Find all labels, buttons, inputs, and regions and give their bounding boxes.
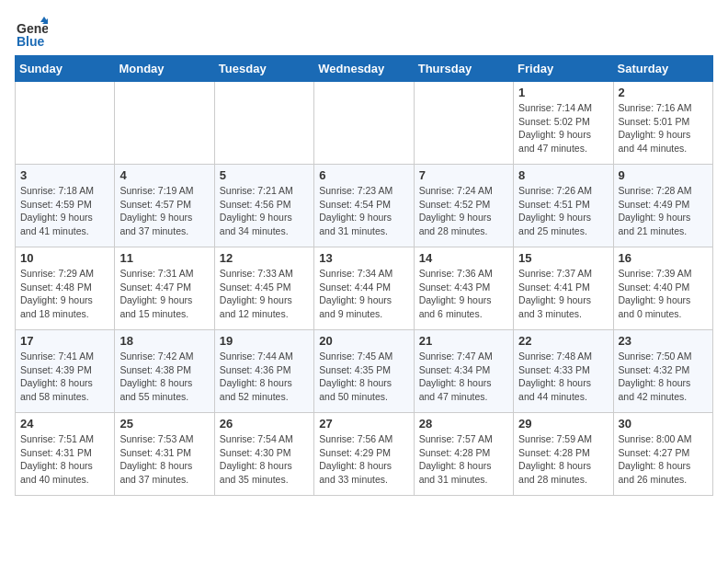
calendar-cell: 2Sunrise: 7:16 AM Sunset: 5:01 PM Daylig… — [613, 82, 712, 165]
calendar-week-row: 24Sunrise: 7:51 AM Sunset: 4:31 PM Dayli… — [16, 413, 713, 496]
day-info: Sunrise: 7:18 AM Sunset: 4:59 PM Dayligh… — [20, 184, 109, 238]
day-info: Sunrise: 7:19 AM Sunset: 4:57 PM Dayligh… — [119, 184, 209, 238]
calendar-cell: 24Sunrise: 7:51 AM Sunset: 4:31 PM Dayli… — [16, 413, 115, 496]
day-number: 5 — [220, 168, 309, 182]
day-number: 17 — [20, 334, 109, 348]
day-info: Sunrise: 7:56 AM Sunset: 4:29 PM Dayligh… — [319, 432, 408, 487]
calendar-cell: 18Sunrise: 7:42 AM Sunset: 4:38 PM Dayli… — [115, 330, 214, 413]
day-info: Sunrise: 7:36 AM Sunset: 4:43 PM Dayligh… — [419, 267, 508, 321]
day-number: 28 — [419, 417, 508, 431]
calendar-cell: 29Sunrise: 7:59 AM Sunset: 4:28 PM Dayli… — [514, 413, 613, 496]
day-info: Sunrise: 7:54 AM Sunset: 4:30 PM Dayligh… — [220, 432, 309, 487]
day-info: Sunrise: 7:42 AM Sunset: 4:38 PM Dayligh… — [119, 350, 209, 404]
day-info: Sunrise: 7:39 AM Sunset: 4:40 PM Dayligh… — [619, 267, 708, 321]
dow-header: Wednesday — [314, 56, 414, 82]
calendar-week-row: 10Sunrise: 7:29 AM Sunset: 4:48 PM Dayli… — [16, 247, 713, 330]
calendar-cell: 14Sunrise: 7:36 AM Sunset: 4:43 PM Dayli… — [414, 247, 513, 330]
day-number: 12 — [220, 251, 309, 265]
day-number: 20 — [319, 334, 408, 348]
day-number: 26 — [220, 417, 309, 431]
logo-icon: General Blue — [15, 15, 48, 48]
calendar-cell: 1Sunrise: 7:14 AM Sunset: 5:02 PM Daylig… — [514, 82, 613, 165]
day-info: Sunrise: 7:16 AM Sunset: 5:01 PM Dayligh… — [619, 101, 708, 155]
calendar-cell: 4Sunrise: 7:19 AM Sunset: 4:57 PM Daylig… — [115, 165, 214, 247]
day-number: 16 — [619, 251, 708, 265]
calendar-cell: 7Sunrise: 7:24 AM Sunset: 4:52 PM Daylig… — [414, 165, 513, 247]
day-info: Sunrise: 7:44 AM Sunset: 4:36 PM Dayligh… — [220, 350, 309, 404]
day-info: Sunrise: 7:26 AM Sunset: 4:51 PM Dayligh… — [518, 184, 608, 238]
dow-header: Friday — [514, 56, 613, 82]
calendar-cell: 5Sunrise: 7:21 AM Sunset: 4:56 PM Daylig… — [214, 165, 313, 247]
calendar-cell: 17Sunrise: 7:41 AM Sunset: 4:39 PM Dayli… — [16, 330, 115, 413]
day-info: Sunrise: 7:41 AM Sunset: 4:39 PM Dayligh… — [20, 350, 109, 404]
svg-text:Blue: Blue — [17, 34, 45, 48]
day-info: Sunrise: 7:37 AM Sunset: 4:41 PM Dayligh… — [518, 267, 608, 321]
day-number: 30 — [619, 417, 708, 431]
calendar-cell — [314, 82, 414, 165]
day-number: 23 — [619, 334, 708, 348]
day-number: 1 — [518, 86, 608, 99]
dow-header: Monday — [115, 56, 214, 82]
calendar-cell: 16Sunrise: 7:39 AM Sunset: 4:40 PM Dayli… — [613, 247, 712, 330]
calendar-cell: 6Sunrise: 7:23 AM Sunset: 4:54 PM Daylig… — [314, 165, 414, 247]
day-number: 11 — [119, 251, 209, 265]
calendar-cell: 12Sunrise: 7:33 AM Sunset: 4:45 PM Dayli… — [214, 247, 313, 330]
day-number: 3 — [20, 168, 109, 182]
day-number: 6 — [319, 168, 408, 182]
dow-header: Tuesday — [214, 56, 313, 82]
calendar-cell: 30Sunrise: 8:00 AM Sunset: 4:27 PM Dayli… — [613, 413, 712, 496]
day-info: Sunrise: 7:59 AM Sunset: 4:28 PM Dayligh… — [518, 432, 608, 487]
day-info: Sunrise: 7:14 AM Sunset: 5:02 PM Dayligh… — [518, 101, 608, 155]
calendar-cell: 25Sunrise: 7:53 AM Sunset: 4:31 PM Dayli… — [115, 413, 214, 496]
day-number: 18 — [119, 334, 209, 348]
day-number: 8 — [518, 168, 608, 182]
day-info: Sunrise: 7:33 AM Sunset: 4:45 PM Dayligh… — [220, 267, 309, 321]
dow-header: Sunday — [16, 56, 115, 82]
calendar-cell — [115, 82, 214, 165]
day-number: 25 — [119, 417, 209, 431]
calendar-body: 1Sunrise: 7:14 AM Sunset: 5:02 PM Daylig… — [16, 82, 713, 496]
day-number: 29 — [518, 417, 608, 431]
calendar: SundayMondayTuesdayWednesdayThursdayFrid… — [15, 55, 713, 496]
day-info: Sunrise: 7:28 AM Sunset: 4:49 PM Dayligh… — [619, 184, 708, 238]
day-number: 7 — [419, 168, 508, 182]
calendar-cell: 23Sunrise: 7:50 AM Sunset: 4:32 PM Dayli… — [613, 330, 712, 413]
calendar-cell: 22Sunrise: 7:48 AM Sunset: 4:33 PM Dayli… — [514, 330, 613, 413]
day-number: 19 — [220, 334, 309, 348]
day-info: Sunrise: 7:45 AM Sunset: 4:35 PM Dayligh… — [319, 350, 408, 404]
calendar-cell: 3Sunrise: 7:18 AM Sunset: 4:59 PM Daylig… — [16, 165, 115, 247]
day-info: Sunrise: 7:34 AM Sunset: 4:44 PM Dayligh… — [319, 267, 408, 321]
day-info: Sunrise: 7:31 AM Sunset: 4:47 PM Dayligh… — [119, 267, 209, 321]
days-of-week-row: SundayMondayTuesdayWednesdayThursdayFrid… — [16, 56, 713, 82]
day-info: Sunrise: 7:48 AM Sunset: 4:33 PM Dayligh… — [518, 350, 608, 404]
day-number: 2 — [619, 86, 708, 99]
calendar-cell: 28Sunrise: 7:57 AM Sunset: 4:28 PM Dayli… — [414, 413, 513, 496]
day-number: 14 — [419, 251, 508, 265]
day-number: 27 — [319, 417, 408, 431]
day-info: Sunrise: 7:29 AM Sunset: 4:48 PM Dayligh… — [20, 267, 109, 321]
calendar-cell — [214, 82, 313, 165]
calendar-cell: 13Sunrise: 7:34 AM Sunset: 4:44 PM Dayli… — [314, 247, 414, 330]
day-info: Sunrise: 7:24 AM Sunset: 4:52 PM Dayligh… — [419, 184, 508, 238]
calendar-week-row: 17Sunrise: 7:41 AM Sunset: 4:39 PM Dayli… — [16, 330, 713, 413]
calendar-cell: 10Sunrise: 7:29 AM Sunset: 4:48 PM Dayli… — [16, 247, 115, 330]
day-number: 10 — [20, 251, 109, 265]
day-number: 4 — [119, 168, 209, 182]
day-info: Sunrise: 7:50 AM Sunset: 4:32 PM Dayligh… — [619, 350, 708, 404]
day-number: 24 — [20, 417, 109, 431]
day-number: 9 — [619, 168, 708, 182]
day-info: Sunrise: 7:21 AM Sunset: 4:56 PM Dayligh… — [220, 184, 309, 238]
day-info: Sunrise: 7:47 AM Sunset: 4:34 PM Dayligh… — [419, 350, 508, 404]
calendar-cell: 11Sunrise: 7:31 AM Sunset: 4:47 PM Dayli… — [115, 247, 214, 330]
dow-header: Thursday — [414, 56, 513, 82]
calendar-cell: 27Sunrise: 7:56 AM Sunset: 4:29 PM Dayli… — [314, 413, 414, 496]
calendar-cell: 21Sunrise: 7:47 AM Sunset: 4:34 PM Dayli… — [414, 330, 513, 413]
calendar-week-row: 1Sunrise: 7:14 AM Sunset: 5:02 PM Daylig… — [16, 82, 713, 165]
day-number: 15 — [518, 251, 608, 265]
day-info: Sunrise: 8:00 AM Sunset: 4:27 PM Dayligh… — [619, 432, 708, 487]
calendar-cell: 9Sunrise: 7:28 AM Sunset: 4:49 PM Daylig… — [613, 165, 712, 247]
calendar-cell — [414, 82, 513, 165]
calendar-cell: 19Sunrise: 7:44 AM Sunset: 4:36 PM Dayli… — [214, 330, 313, 413]
calendar-week-row: 3Sunrise: 7:18 AM Sunset: 4:59 PM Daylig… — [16, 165, 713, 247]
header: General Blue — [15, 15, 713, 48]
